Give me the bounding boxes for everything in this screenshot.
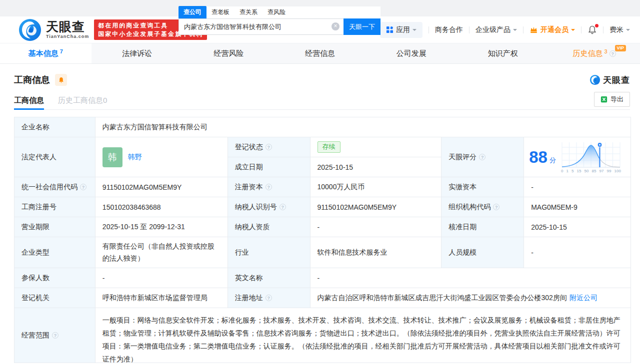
staff-size-value: -: [531, 249, 534, 257]
tick: 85: [592, 169, 596, 173]
menu-apps-label: 应用: [396, 25, 410, 34]
help-icon[interactable]: [266, 295, 272, 301]
field-label-industry: 行业: [228, 237, 310, 268]
notification-red-dot: [595, 24, 598, 27]
menu-divider: [469, 26, 470, 33]
tab-legal-proceedings[interactable]: 法律诉讼: [92, 43, 183, 63]
help-icon[interactable]: [52, 332, 58, 339]
logo-domain: TianYanCha.com: [46, 34, 89, 39]
tab-company-development[interactable]: 公司发展: [366, 43, 457, 63]
field-value-english-name: -: [310, 268, 631, 288]
search-button[interactable]: 天眼一下: [344, 18, 380, 35]
status-badge: 存续: [318, 141, 340, 153]
tab-operating-info-label: 经营信息: [305, 49, 335, 58]
brand-logo[interactable]: 天眼查 TianYanCha.com: [18, 18, 89, 42]
paid-capital-value: -: [531, 183, 534, 191]
label-text: 统一社会信用代码: [22, 183, 78, 192]
field-value-business-scope: 一般项目：网络与信息安全软件开发；标准化服务；技术服务、技术开发、技术咨询、技术…: [96, 308, 631, 363]
username-label: 费米: [610, 25, 624, 34]
search-tab-boss[interactable]: 查老板: [206, 6, 234, 18]
tab-history-info[interactable]: VIP 历史信息 3: [548, 43, 640, 63]
legal-rep-avatar[interactable]: 韩: [102, 147, 122, 167]
page: 天眼查 TianYanCha.com 都在用的商业查询工具 国家中小企业发展子基…: [0, 0, 640, 364]
menu-apps[interactable]: 应用: [380, 22, 422, 38]
field-value-reg-status: 存续: [310, 137, 442, 157]
search-tab-risk[interactable]: 查风险: [262, 6, 290, 18]
company-nav-tabs: 基本信息 7 法律诉讼 经营风险 经营信息 公司发展 知识产权 VIP 历史信息…: [0, 43, 640, 64]
field-label-english-name: 英文名称: [228, 268, 310, 288]
notification-bell[interactable]: [588, 25, 597, 34]
menu-enterprise[interactable]: 企业级产品: [476, 25, 517, 34]
company-type-value: 有限责任公司（非自然人投资或控股的法人独资）: [102, 241, 220, 264]
help-icon[interactable]: [493, 204, 500, 210]
search-tab-relation[interactable]: 查关系: [234, 6, 262, 18]
insured-count-value: -: [102, 274, 105, 282]
credit-code-value: 91150102MAG0M5EM9Y: [102, 183, 182, 191]
search-widget: 查公司 查老板 查关系 查风险 天眼一下: [178, 6, 380, 35]
help-icon[interactable]: [80, 184, 86, 190]
subtab-history-business-info[interactable]: 历史工商信息0: [58, 92, 107, 109]
industry-value: 软件和信息技术服务业: [318, 248, 388, 257]
tick: 0: [561, 169, 563, 173]
score-distribution-chart: 0 1 5 15 50 85 97 99 100: [561, 141, 621, 173]
help-icon[interactable]: [266, 144, 272, 150]
excel-icon: [600, 96, 608, 103]
menu-vip[interactable]: 开通会员: [530, 25, 575, 34]
user-menu[interactable]: 费米: [610, 25, 630, 34]
company-name-value: 内蒙古东方国信智算科技有限公司: [102, 123, 208, 132]
tab-intellectual-property[interactable]: 知识产权: [457, 43, 548, 63]
field-label-reg-status: 登记状态: [228, 137, 310, 157]
field-label-taxpayer-id: 纳税人识别号: [228, 197, 310, 217]
tab-operating-risk[interactable]: 经营风险: [183, 43, 274, 63]
menu-cooperation-label: 商务合作: [435, 25, 463, 34]
label-text: 企业类型: [22, 248, 50, 257]
search-tabs: 查公司 查老板 查关系 查风险: [178, 6, 380, 18]
reg-capital-value: 10000万人民币: [318, 183, 365, 192]
clear-icon[interactable]: [332, 22, 340, 30]
nearby-companies-link[interactable]: 附近公司: [570, 294, 598, 303]
field-label-business-scope: 经营范围: [14, 308, 96, 363]
label-text: 参保人数: [22, 274, 50, 283]
tab-basic-info[interactable]: 基本信息 7: [0, 43, 92, 63]
menu-enterprise-label: 企业级产品: [476, 25, 510, 34]
field-value-approval-date: 2025-10-15: [524, 217, 631, 237]
label-text: 纳税人识别号: [235, 203, 277, 212]
help-icon[interactable]: [610, 50, 616, 57]
tick: 99: [607, 169, 612, 173]
logo-name: 天眼查: [46, 20, 89, 33]
subtab-business-info[interactable]: 工商信息: [14, 92, 44, 109]
monitor-bell-icon[interactable]: [55, 74, 67, 86]
vip-badge: VIP: [615, 45, 626, 51]
search-input[interactable]: [178, 18, 344, 35]
help-icon[interactable]: [266, 184, 272, 190]
search-tab-company[interactable]: 查公司: [178, 6, 206, 18]
field-label-company-name: 企业名称: [14, 117, 96, 137]
menu-cooperation[interactable]: 商务合作: [435, 25, 463, 34]
help-icon[interactable]: [280, 204, 286, 210]
field-value-legal-rep: 韩 韩野: [96, 137, 228, 177]
tab-operating-info[interactable]: 经营信息: [274, 43, 366, 63]
label-text: 行业: [235, 248, 249, 257]
score-chart-ticks: 0 1 5 15 50 85 97 99 100: [561, 169, 621, 173]
subtab-row: 工商信息 历史工商信息0 导出: [14, 92, 630, 110]
field-value-org-code: MAG0M5EM-9: [524, 197, 631, 217]
help-icon[interactable]: [479, 154, 486, 160]
field-value-score: 88 分: [524, 137, 631, 177]
label-text: 注册地址: [235, 294, 263, 303]
label-text: 经营范围: [22, 331, 50, 340]
legal-rep-name-link[interactable]: 韩野: [128, 153, 142, 162]
field-label-staff-size: 人员规模: [442, 237, 524, 268]
export-button[interactable]: 导出: [594, 92, 630, 107]
org-code-value: MAG0M5EM-9: [531, 203, 578, 211]
search-input-wrap: [178, 18, 344, 35]
section-head: 工商信息 天眼查: [14, 72, 630, 88]
label-text: 核准日期: [448, 223, 476, 232]
field-label-legal-rep: 法定代表人: [14, 137, 96, 177]
tab-operating-risk-label: 经营风险: [214, 49, 244, 58]
tick: 50: [584, 169, 589, 173]
field-value-credit-code: 91150102MAG0M5EM9Y: [96, 177, 228, 197]
chevron-down-icon: [571, 29, 575, 33]
field-value-paid-capital: -: [524, 177, 631, 197]
menu-divider: [428, 26, 429, 33]
field-value-taxpayer-quality: -: [310, 217, 442, 237]
